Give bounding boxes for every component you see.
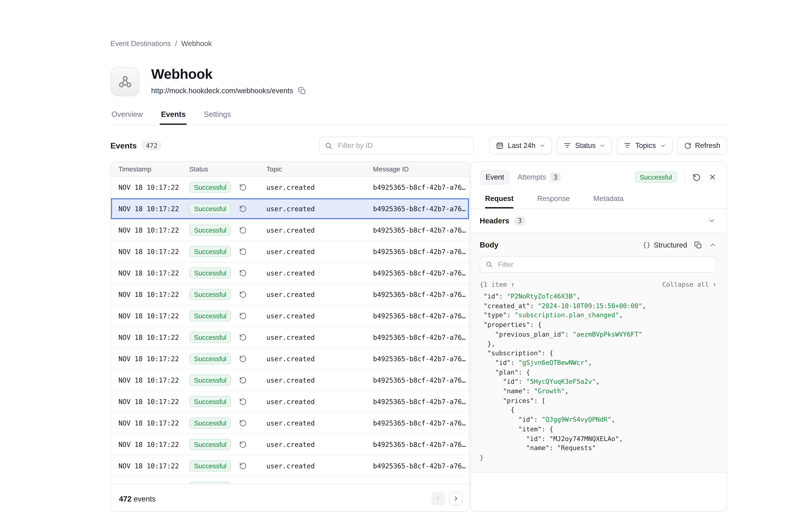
retry-icon[interactable] [239,226,247,234]
chevron-down-icon [600,142,606,149]
cell-timestamp: NOV 18 10:17:22 [111,376,189,384]
column-header-status: Status [189,165,266,173]
table-row[interactable]: NOV 18 10:17:22 Successful user.created … [111,391,469,413]
detail-tabs: Request Response Metadata [471,190,726,209]
cell-message-id: b4925365-b8cf-42b7-a76… [373,419,469,427]
cell-message-id: b4925365-b8cf-42b7-a76… [373,183,469,191]
table-row[interactable]: NOV 18 10:17:22 Successful user.created … [111,370,469,391]
structured-view-toggle[interactable]: {} Structured [643,241,687,249]
chevron-down-icon [708,217,715,225]
table-row[interactable]: NOV 18 10:17:22 Successful user.created … [111,434,469,455]
copy-url-icon[interactable] [298,87,306,95]
cell-message-id: b4925365-b8cf-42b7-a76… [373,376,469,384]
retry-icon[interactable] [239,440,247,449]
table-row[interactable]: NOV 18 10:17:22 Successful user.created … [111,413,469,434]
cell-topic: user.created [266,290,373,299]
events-table-card: Timestamp Status Topic Message ID NOV 18… [110,161,469,512]
retry-event-icon[interactable] [693,173,701,181]
cell-timestamp: NOV 18 10:17:22 [111,205,189,213]
table-row[interactable]: NOV 18 10:17:22 Successful user.created … [111,198,469,220]
retry-icon[interactable] [239,247,247,255]
pagination-next-button[interactable] [449,492,462,505]
refresh-icon [684,142,691,149]
retry-icon[interactable] [239,183,247,191]
retry-icon[interactable] [239,419,247,427]
status-badge: Successful [189,267,231,279]
cell-message-id: b4925365-b8cf-42b7-a76… [373,205,469,213]
table-row[interactable]: NOV 18 10:17:22 Successful user.created … [111,241,469,263]
table-row[interactable]: NOV 18 10:17:22 Successful user.created … [111,305,469,327]
table-row[interactable]: NOV 18 10:17:22 Successful user.created … [111,348,469,370]
body-section: Body {} Structured [471,233,726,473]
json-line: "type": "subscription.plan_changed", [480,311,717,321]
cell-message-id: b4925365-b8cf-42b7-a76… [373,290,469,299]
app-window: Event Destinations / Webhook Webhook htt… [0,0,794,532]
table-row[interactable]: NOV 18 10:17:22 Successful user.created … [111,284,469,305]
column-header-message-id: Message ID [373,165,469,173]
panel-tab-attempts[interactable]: Attempts 3 [517,173,561,182]
body-filter-box [480,256,717,273]
copy-body-icon[interactable] [694,241,702,249]
table-row[interactable]: NOV 18 10:17:22 Successful user.created … [111,220,469,241]
retry-icon[interactable] [239,290,247,299]
retry-icon[interactable] [239,376,247,384]
json-viewer: "id": "P2NoRtyZoTc46X3B","created_at": "… [480,292,717,463]
cell-topic: user.created [266,440,373,449]
retry-icon[interactable] [239,205,247,213]
json-line: "id": "5HycQYuqK3eF5a2v", [480,377,717,387]
tab-response[interactable]: Response [537,194,570,208]
pagination-prev-button[interactable] [432,492,445,505]
tab-request[interactable]: Request [485,194,514,208]
status-badge: Successful [189,396,231,407]
json-line: "name": "Growth", [480,387,717,396]
collapse-all-button[interactable]: Collapse all ↑ [662,281,717,288]
chevron-right-icon [452,495,459,502]
status-filter-button[interactable]: Status [557,137,612,154]
body-filter-input[interactable] [497,260,711,269]
retry-icon[interactable] [239,312,247,320]
headers-label: Headers [480,216,509,225]
table-row[interactable]: NOV 18 10:17:22 Successful user.created … [111,177,469,198]
tab-metadata[interactable]: Metadata [593,194,623,208]
destination-url: http://mock.hookdeck.com/webhooks/events [151,87,293,95]
close-icon[interactable] [708,173,717,181]
json-items-summary[interactable]: {1 item ↑ [480,281,514,288]
cell-timestamp: NOV 18 10:17:22 [111,269,189,277]
headers-count-badge: 3 [515,216,525,225]
refresh-button[interactable]: Refresh [677,137,727,154]
retry-icon[interactable] [239,398,247,406]
cell-topic: user.created [266,226,373,234]
filter-icon [563,141,571,150]
footer-event-count: 472 [119,494,132,503]
headers-section-toggle[interactable]: Headers 3 [471,209,726,233]
retry-icon[interactable] [239,333,247,341]
table-row[interactable]: NOV 18 10:17:22 Successful user.created … [111,477,469,484]
json-line: "prices": [ [480,396,717,406]
table-row[interactable]: NOV 18 10:17:22 Successful user.created … [111,455,469,477]
cell-timestamp: NOV 18 10:17:22 [111,355,189,363]
cell-timestamp: NOV 18 10:17:22 [111,183,189,191]
status-badge: Successful [189,246,231,257]
tab-events[interactable]: Events [160,110,187,125]
cell-timestamp: NOV 18 10:17:22 [111,290,189,299]
table-row[interactable]: NOV 18 10:17:22 Successful user.created … [111,263,469,284]
chevron-left-icon [435,495,442,502]
cell-message-id: b4925365-b8cf-42b7-a76… [373,398,469,406]
page-title: Webhook [151,67,306,81]
retry-icon[interactable] [239,462,247,470]
tab-settings[interactable]: Settings [203,110,232,125]
table-row[interactable]: NOV 18 10:17:22 Successful user.created … [111,327,469,348]
chevron-up-icon[interactable] [709,241,717,249]
breadcrumb-parent[interactable]: Event Destinations [110,40,171,48]
retry-icon[interactable] [239,355,247,363]
retry-icon[interactable] [239,269,247,277]
panel-bottom-spacer [471,473,726,511]
panel-tab-event[interactable]: Event [480,169,510,185]
cell-message-id: b4925365-b8cf-42b7-a76… [373,269,469,277]
time-filter-button[interactable]: Last 24h [490,137,552,154]
cell-timestamp: NOV 18 10:17:22 [111,312,189,320]
tab-overview[interactable]: Overview [110,110,144,125]
topics-filter-button[interactable]: Topics [617,137,673,154]
search-input[interactable] [337,141,468,150]
status-filter-label: Status [575,141,596,150]
